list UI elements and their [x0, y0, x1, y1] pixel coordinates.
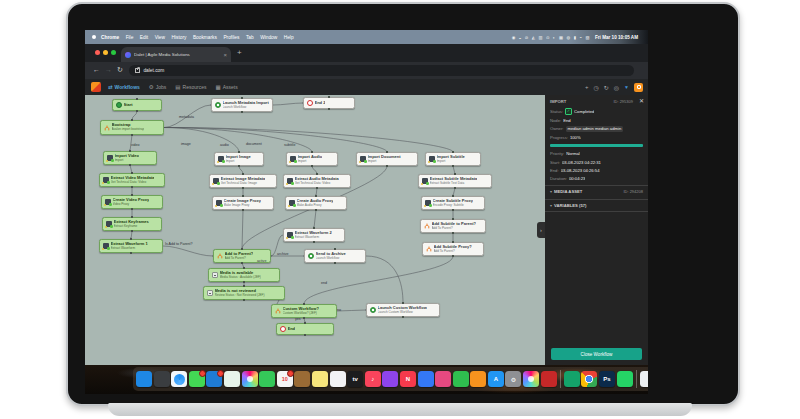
dock-finder[interactable]: [136, 371, 152, 387]
menu-help[interactable]: Help: [284, 35, 294, 40]
workflow-node-extract-image-metadata[interactable]: Extract Image MetadataGet Technical Data…: [209, 174, 277, 188]
sidebar-collapse-handle[interactable]: ›: [537, 222, 545, 238]
workflow-node-custom-workflow[interactable]: Custom Workflow?Custom Workflow? (JEF): [271, 304, 337, 318]
menu-chrome[interactable]: Chrome: [101, 35, 119, 40]
workflow-node-create-video-proxy[interactable]: Create Video ProxyVideo Proxy: [101, 195, 163, 209]
workflow-designer-icon[interactable]: [634, 83, 643, 92]
dock-tv[interactable]: tv: [347, 371, 363, 387]
dock-news[interactable]: N: [400, 371, 416, 387]
focus-moon-icon[interactable]: ◒: [519, 35, 522, 40]
workflow-node-import-audio[interactable]: Import AudioImport: [286, 152, 338, 166]
menu-view[interactable]: View: [155, 35, 165, 40]
workflow-node-import-subtitle[interactable]: Import SubtitleImport: [425, 152, 481, 166]
workflow-node-launch-metadata-import[interactable]: Launch Metadata ImportLaunch Workflow: [211, 98, 273, 112]
workflow-node-create-image-proxy[interactable]: Create Image ProxyMake Image Proxy: [212, 196, 274, 210]
dock-books[interactable]: [294, 371, 310, 387]
dock-reminders[interactable]: [330, 371, 346, 387]
dock-mail[interactable]: [206, 371, 222, 387]
dock-pages[interactable]: [470, 371, 486, 387]
dock-webex[interactable]: [564, 371, 580, 387]
workflow-node-launch-custom-workflow[interactable]: Launch Custom WorkflowLaunch Custom Work…: [366, 303, 440, 317]
apple-menu-icon[interactable]: [92, 35, 96, 39]
nav-resources[interactable]: ▤Resources: [175, 84, 206, 90]
dock-calendar[interactable]: 10: [277, 371, 293, 387]
dalet-logo[interactable]: [91, 82, 101, 92]
menu-history[interactable]: History: [171, 35, 186, 40]
omnibox[interactable]: dalet.com: [129, 65, 634, 76]
screen-record-icon[interactable]: ◉: [512, 35, 516, 40]
dock-parallels[interactable]: [541, 371, 557, 387]
window-close-button[interactable]: [95, 50, 100, 55]
workflow-node-import-video[interactable]: Import VideoImport: [103, 151, 157, 165]
workflow-node-bootstrap[interactable]: BootstrapAvalon import bootstrap: [100, 120, 164, 135]
new-tab-button[interactable]: +: [237, 48, 242, 57]
workflow-node-extract-video-metadata[interactable]: Extract Video MetadataGet Technical Data…: [99, 173, 165, 187]
section-media-asset[interactable]: ▾MEDIA ASSETID: 294208: [545, 185, 648, 197]
keyboard-icon[interactable]: ▥: [539, 35, 543, 40]
dock-music[interactable]: ♪: [365, 371, 381, 387]
target-icon[interactable]: ◎: [614, 84, 619, 91]
control-center-icon[interactable]: ⊙: [546, 35, 550, 40]
back-button[interactable]: ←: [93, 66, 100, 73]
spotlight-icon[interactable]: ▧: [586, 35, 590, 40]
dock-freeform[interactable]: [418, 371, 434, 387]
do-not-disturb-icon[interactable]: ⊘: [525, 35, 529, 40]
workflow-node-add-subtitle-to-parent[interactable]: Add Subtitle to Parent?Add To Parent?: [420, 219, 486, 233]
dock-photoshop[interactable]: Ps: [599, 371, 615, 387]
menu-bar-clock[interactable]: Fri Mar 10 10:05 AM: [595, 35, 638, 40]
workflow-node-extract-waveform-2[interactable]: Extract Waveform 2Extract Waveform: [283, 228, 345, 242]
workflow-canvas[interactable]: StartBootstrapAvalon import bootstrapImp…: [85, 95, 545, 365]
dock-whatsapp[interactable]: [617, 371, 633, 387]
dock-maps[interactable]: [224, 371, 240, 387]
workflow-node-end-2[interactable]: End 2: [303, 97, 355, 109]
workflow-node-extract-keyframes[interactable]: Extract KeyframesExtract Keyframe: [102, 217, 162, 231]
dock-photo-booth[interactable]: [523, 371, 539, 387]
dock-numbers[interactable]: [453, 371, 469, 387]
nav-jobs[interactable]: ⚙Jobs: [149, 84, 167, 90]
forward-button[interactable]: →: [105, 66, 112, 73]
workflow-node-media-available[interactable]: Media is availableMedia Status : Availab…: [208, 268, 280, 282]
wifi-icon[interactable]: ◓: [580, 35, 583, 40]
tab-close-icon[interactable]: ×: [223, 52, 227, 58]
browser-tab[interactable]: Dalet | Agile Media Solutions ×: [121, 47, 231, 62]
dock-facetime[interactable]: [259, 371, 275, 387]
workflow-node-add-subtitle-proxy[interactable]: Add Subtitle Proxy?Add To Parent?: [422, 242, 484, 256]
dock-messages[interactable]: [189, 371, 205, 387]
workflow-node-extract-waveform-1[interactable]: Extract Waveform 1Extract Waveform: [99, 239, 163, 253]
dock-document[interactable]: [640, 371, 648, 387]
dock-settings[interactable]: ⚙: [505, 371, 521, 387]
history-clock-icon[interactable]: ◷: [594, 84, 599, 91]
menu-file[interactable]: File: [126, 35, 134, 40]
workflow-node-send-to-archive[interactable]: Send to ArchiveLaunch Workflow: [304, 249, 366, 263]
battery-icon[interactable]: ▮: [574, 35, 576, 40]
reload-button[interactable]: ↻: [117, 66, 123, 74]
workflow-node-create-subtitle-proxy[interactable]: Create Subtitle ProxyEncode Proxy: Subti…: [421, 196, 485, 210]
menu-window[interactable]: Window: [260, 35, 277, 40]
add-icon[interactable]: +: [585, 84, 589, 90]
display-icon[interactable]: ◐: [553, 35, 556, 40]
workflow-node-end[interactable]: End: [276, 323, 334, 335]
window-grid-icon[interactable]: ▦: [559, 35, 563, 40]
siri-icon[interactable]: ◍: [567, 35, 571, 40]
menu-tab[interactable]: Tab: [246, 35, 254, 40]
dock-chrome[interactable]: [581, 371, 597, 387]
nav-workflows[interactable]: ⇄Workflows: [108, 84, 140, 90]
dock-stocks[interactable]: [435, 371, 451, 387]
dock-podcasts[interactable]: [382, 371, 398, 387]
workflow-node-media-not-reviewed[interactable]: Media is not reviewedReview Status : Not…: [203, 286, 285, 300]
airplay-icon[interactable]: ◭: [532, 35, 535, 40]
dock-launchpad[interactable]: [154, 371, 170, 387]
menu-bookmarks[interactable]: Bookmarks: [193, 35, 217, 40]
window-zoom-button[interactable]: [111, 50, 116, 55]
window-minimize-button[interactable]: [103, 50, 108, 55]
workflow-node-extract-subtitle-metadata[interactable]: Extract Subtitle MetadataExtract Subtitl…: [418, 174, 492, 188]
refresh-icon[interactable]: ↻: [604, 84, 609, 91]
workflow-node-create-audio-proxy[interactable]: Create Audio ProxyMake Audio Proxy: [285, 196, 347, 210]
workflow-node-extract-audio-metadata[interactable]: Extract Audio MetadataGet Technical Data…: [283, 174, 351, 188]
dock-safari[interactable]: [171, 371, 187, 387]
menu-edit[interactable]: Edit: [140, 35, 148, 40]
workflow-node-start[interactable]: Start: [112, 99, 162, 111]
workflow-node-import-image[interactable]: Import ImageImport: [214, 152, 264, 166]
dock-photos[interactable]: [242, 371, 258, 387]
close-icon[interactable]: ✕: [639, 97, 644, 104]
